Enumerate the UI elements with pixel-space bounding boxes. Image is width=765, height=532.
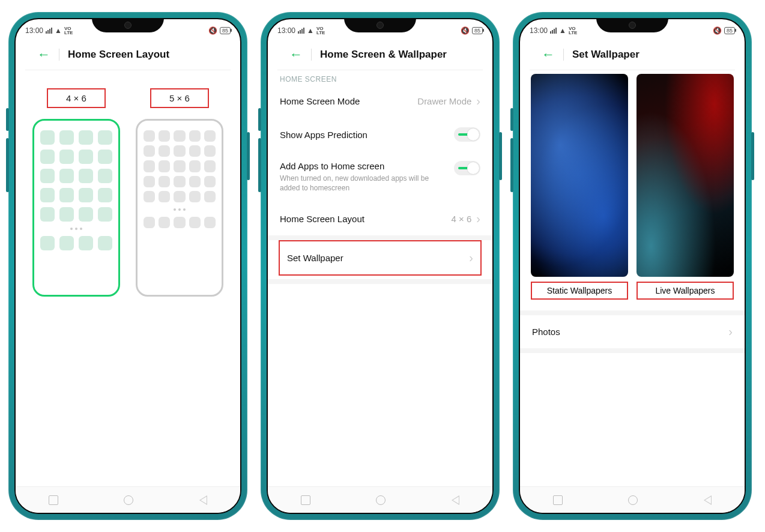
mute-icon: 🔇 [208,26,217,35]
chevron-right-icon: › [476,212,480,226]
layout-label-4x6: 4 × 6 [47,88,106,108]
section-header: HOME SCREEN [268,70,492,85]
wallpaper-label-static: Static Wallpapers [531,282,628,300]
chevron-right-icon: › [469,251,473,265]
nav-home-icon[interactable] [628,495,638,505]
nav-back-icon[interactable] [704,495,712,505]
chevron-right-icon: › [728,325,733,339]
page-title: Home Screen & Wallpaper [320,49,447,61]
status-time: 13:00 [25,26,43,35]
wallpaper-thumb-static [531,74,628,277]
wallpaper-label-live: Live Wallpapers [636,282,734,300]
nav-back-icon[interactable] [199,495,207,505]
toggle-apps-prediction[interactable] [454,127,480,142]
nav-home-icon[interactable] [124,495,133,505]
highlight-set-wallpaper: Set Wallpaper › [279,240,482,276]
wallpaper-card-static[interactable]: Static Wallpapers [531,74,628,300]
nav-back-icon[interactable] [452,495,459,505]
nav-recents-icon[interactable] [301,495,310,505]
chevron-right-icon: › [476,94,480,108]
phone-mock-3: 13:00 ▲ VOLTE 🔇85 ← Set Wallpaper Static… [513,12,752,520]
page-title: Set Wallpaper [572,49,640,61]
battery-icon: 85 [220,27,231,34]
nav-recents-icon[interactable] [553,495,563,505]
wallpaper-card-live[interactable]: Live Wallpapers [636,74,734,300]
back-button[interactable]: ← [37,47,50,62]
phone-mock-1: 13:00 ▲ VOLTE 🔇 85 ← Home Screen Layout … [8,12,247,520]
row-show-apps-prediction[interactable]: Show Apps Prediction [268,118,492,151]
wallpaper-thumb-live [636,74,734,277]
row-set-wallpaper[interactable]: Set Wallpaper › [280,241,480,274]
toggle-add-apps[interactable] [454,161,480,175]
back-button[interactable]: ← [289,47,303,62]
layout-option-5x6[interactable]: 5 × 6 [136,88,223,297]
layout-option-4x6[interactable]: 4 × 6 [32,88,120,297]
layout-label-5x6: 5 × 6 [150,88,209,108]
titlebar: ← Home Screen Layout [25,38,231,70]
notch [92,18,164,32]
volte-icon: VOLTE [64,26,73,35]
signal-icon [46,28,52,34]
nav-home-icon[interactable] [376,495,386,505]
back-button[interactable]: ← [542,47,555,62]
row-home-screen-mode[interactable]: Home Screen Mode Drawer Mode› [268,85,492,118]
navbar [16,486,240,513]
row-add-apps-home[interactable]: Add Apps to Home screen When turned on, … [268,151,492,202]
row-photos[interactable]: Photos › [520,315,745,348]
nav-recents-icon[interactable] [49,495,58,505]
row-home-screen-layout[interactable]: Home Screen Layout 4 × 6› [268,202,492,235]
phone-mock-2: 13:00 ▲ VOLTE 🔇85 ← Home Screen & Wallpa… [261,12,500,520]
wifi-icon: ▲ [55,26,62,35]
page-title: Home Screen Layout [68,49,169,61]
